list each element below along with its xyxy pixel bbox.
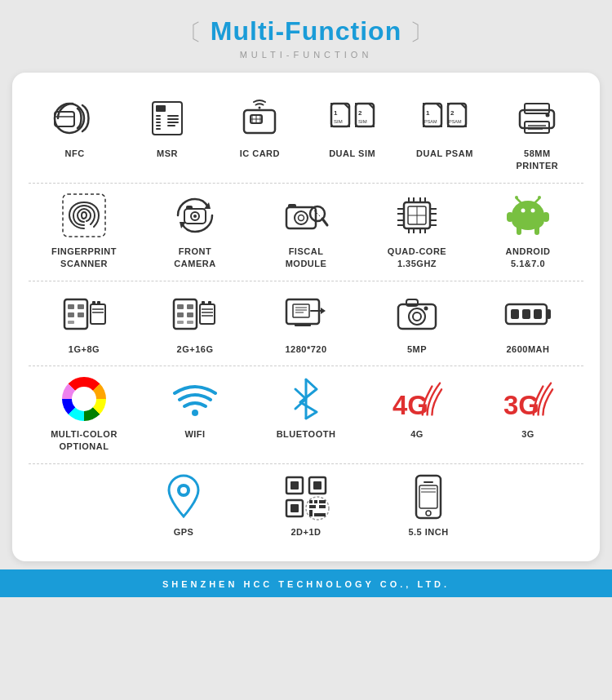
feature-resolution: 1280*720 [261, 290, 351, 356]
svg-rect-92 [68, 312, 74, 317]
2d1d-label: 2D+1D [290, 526, 321, 538]
svg-rect-13 [167, 125, 175, 126]
svg-rect-108 [202, 301, 205, 305]
55inch-icon [402, 472, 455, 521]
feature-printer: 58MMPRINTER [492, 94, 582, 173]
svg-rect-95 [91, 304, 105, 324]
svg-rect-103 [177, 312, 184, 317]
feature-2d1d: 2D+1D [261, 472, 351, 538]
nfc-label: NFC [65, 148, 85, 160]
svg-rect-91 [78, 304, 84, 309]
svg-text:PSAM: PSAM [424, 119, 437, 124]
svg-rect-142 [290, 504, 299, 512]
wifi-icon [169, 374, 221, 423]
feature-dual-psam: 1 PSAM 2 PSAM DUAL PSAM [400, 94, 490, 160]
svg-point-84 [531, 208, 535, 212]
feature-battery: 2600MAH [483, 290, 573, 356]
svg-rect-4 [156, 105, 166, 112]
feature-nfc: NFC [30, 94, 120, 160]
feature-55inch: 5.5 INCH [384, 472, 473, 538]
feature-dual-sim: 1 SIM 2 SIM DUAL SIM [308, 94, 397, 160]
feature-2g16g: 2G+16G [150, 290, 240, 356]
svg-rect-9 [156, 128, 161, 130]
svg-point-52 [299, 215, 304, 220]
svg-rect-6 [156, 118, 161, 120]
msr-icon [141, 94, 193, 143]
bracket-left: 〔 [179, 20, 202, 45]
svg-rect-78 [512, 210, 544, 228]
feature-quad-core: QUAD-CORE1.35GHZ [372, 192, 462, 271]
footer-text: SHENZHEN HCC TECHNOLOGY CO., LTD. [162, 579, 450, 589]
5mp-icon [391, 290, 443, 339]
svg-rect-115 [295, 324, 311, 326]
svg-text:1: 1 [426, 109, 430, 117]
bluetooth-icon [280, 374, 332, 423]
feature-row-3: 1G+8G [29, 281, 583, 366]
feature-front-camera: FRONTCAMERA [150, 192, 240, 271]
svg-rect-131 [534, 309, 542, 319]
nfc-icon [49, 94, 101, 143]
svg-text:PSAM: PSAM [449, 119, 462, 124]
feature-wifi: WIFI [150, 374, 240, 441]
svg-rect-38 [525, 104, 549, 113]
svg-point-152 [426, 511, 431, 516]
feature-msr: MSR [122, 94, 212, 160]
front-camera-label: FRONTCAMERA [174, 246, 215, 271]
svg-rect-93 [78, 312, 84, 317]
svg-rect-143 [309, 500, 313, 503]
svg-line-55 [322, 219, 327, 225]
svg-rect-116 [293, 304, 309, 317]
bluetooth-label: BLUETOOTH [277, 428, 336, 441]
5mp-label: 5MP [407, 343, 427, 356]
svg-point-14 [259, 107, 261, 109]
svg-rect-105 [177, 321, 184, 324]
svg-rect-147 [319, 505, 326, 508]
svg-point-51 [295, 211, 308, 224]
dual-sim-label: DUAL SIM [329, 148, 375, 160]
svg-rect-10 [167, 115, 179, 117]
1g8g-icon [58, 290, 110, 339]
svg-marker-121 [321, 308, 326, 314]
svg-rect-144 [314, 500, 317, 503]
4g-icon: 4G [391, 374, 443, 423]
multicolor-icon [58, 374, 110, 423]
feature-4g: 4G 4G [372, 374, 462, 441]
page-wrapper: 〔 Multi-Function 〕 MULTI-FUNCTION [0, 0, 612, 561]
printer-label: 58MMPRINTER [516, 148, 558, 173]
svg-text:3G: 3G [503, 390, 539, 420]
svg-rect-129 [511, 309, 519, 319]
svg-rect-146 [309, 505, 316, 508]
svg-point-132 [192, 410, 198, 416]
svg-rect-90 [68, 304, 74, 309]
title-subtitle: MULTI-FUNCTION [12, 50, 600, 60]
3g-icon: 3G [502, 374, 554, 423]
svg-rect-107 [200, 304, 215, 324]
svg-text:2: 2 [450, 109, 455, 117]
svg-text:SIM: SIM [358, 119, 367, 124]
page-title: 〔 Multi-Function 〕 [12, 16, 600, 48]
svg-rect-8 [156, 125, 161, 126]
feature-5mp: 5MP [372, 290, 462, 356]
title-text: Multi-Function [211, 16, 401, 46]
svg-rect-102 [187, 304, 193, 309]
svg-rect-97 [97, 301, 100, 305]
svg-point-48 [193, 215, 197, 218]
svg-text:2: 2 [358, 109, 362, 117]
main-card: NFC [12, 73, 600, 561]
gps-label: GPS [174, 526, 194, 538]
svg-point-0 [55, 104, 84, 133]
svg-rect-140 [313, 481, 322, 490]
2g16g-label: 2G+16G [177, 343, 214, 356]
svg-rect-128 [547, 309, 551, 319]
msr-label: MSR [157, 148, 178, 160]
fiscal-icon [280, 192, 332, 241]
svg-rect-85 [517, 225, 521, 235]
svg-rect-109 [208, 301, 211, 305]
3g-label: 3G [521, 428, 534, 441]
feature-ic-card: IC CARD [215, 94, 304, 160]
svg-rect-49 [186, 206, 193, 210]
dual-sim-icon: 1 SIM 2 SIM [326, 94, 379, 143]
footer-bar: SHENZHEN HCC TECHNOLOGY CO., LTD. [0, 569, 612, 597]
quad-core-label: QUAD-CORE1.35GHZ [388, 246, 446, 271]
feature-gps: GPS [139, 472, 228, 538]
